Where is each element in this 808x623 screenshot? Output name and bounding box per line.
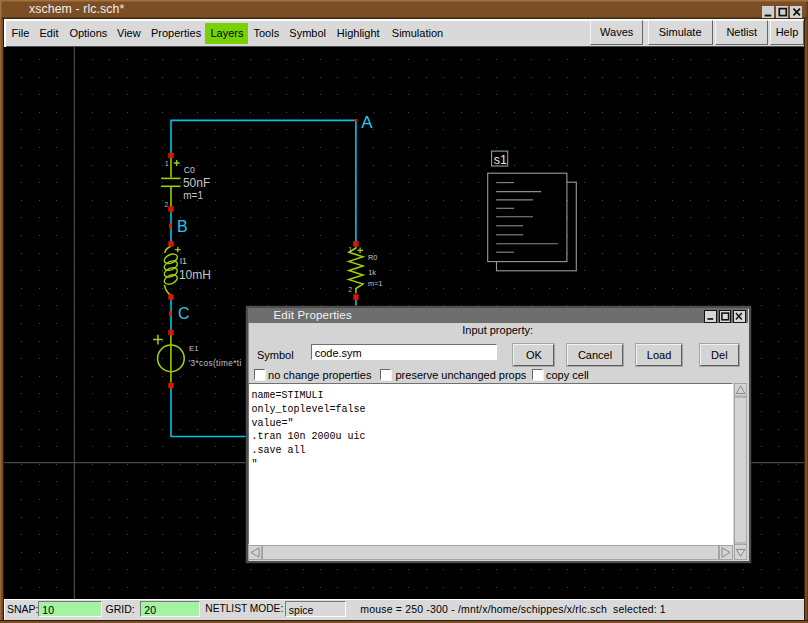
svg-text:50nF: 50nF [182,176,209,190]
svg-text:m=1: m=1 [367,279,382,288]
svg-text:'3*cos(time*ti: '3*cos(time*ti [188,359,241,368]
svg-text:1: 1 [165,160,169,167]
svg-text:R0: R0 [367,253,376,262]
svg-text:2: 2 [164,201,168,208]
svg-text:C0: C0 [183,165,194,175]
svg-text:A: A [361,113,373,132]
svg-text:1: 1 [348,246,352,253]
svg-text:1k: 1k [368,268,376,277]
svg-text:2: 2 [348,286,352,293]
svg-text:s1: s1 [493,153,506,167]
svg-text:C: C [178,305,190,322]
svg-text:10mH: 10mH [178,268,210,282]
svg-text:m=1: m=1 [183,190,203,201]
svg-text:E1: E1 [189,344,198,353]
svg-text:B: B [176,218,187,235]
svg-text:I1: I1 [179,256,186,266]
